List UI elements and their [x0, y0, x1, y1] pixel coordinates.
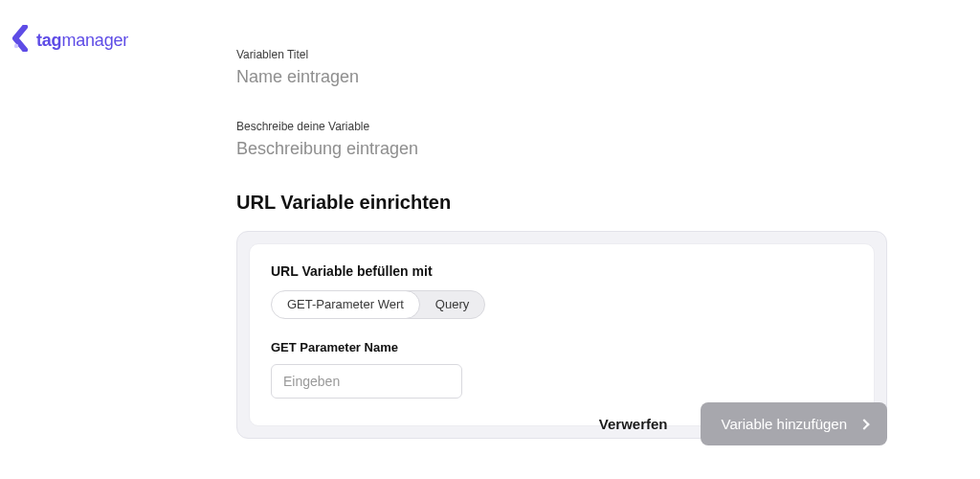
- variable-desc-input[interactable]: [236, 139, 887, 159]
- fill-with-label: URL Variable befüllen mit: [271, 263, 853, 279]
- footer-actions: Verwerfen Variable hinzufügen: [593, 402, 887, 445]
- get-param-name-input[interactable]: [271, 364, 462, 399]
- brand-name-thin: manager: [61, 31, 128, 50]
- brand-logo: tagmanager: [11, 25, 128, 56]
- add-variable-button[interactable]: Variable hinzufügen: [701, 402, 887, 445]
- discard-button[interactable]: Verwerfen: [593, 404, 674, 444]
- pill-get-parameter-wert[interactable]: GET-Parameter Wert: [271, 290, 420, 319]
- variable-desc-field: Beschreibe deine Variable: [236, 120, 887, 159]
- brand-name: tagmanager: [36, 31, 128, 51]
- logo-mark-icon: [11, 25, 31, 56]
- variable-title-field: Variablen Titel: [236, 48, 887, 87]
- svg-point-0: [14, 44, 18, 48]
- fill-mode-toggle: GET-Parameter Wert Query: [271, 290, 485, 319]
- variable-title-label: Variablen Titel: [236, 48, 887, 61]
- pill-query[interactable]: Query: [420, 291, 484, 318]
- get-param-name-label: GET Parameter Name: [271, 340, 853, 354]
- add-variable-button-label: Variable hinzufügen: [722, 416, 847, 432]
- variable-desc-label: Beschreibe deine Variable: [236, 120, 887, 133]
- chevron-right-icon: [858, 419, 869, 429]
- variable-title-input[interactable]: [236, 67, 887, 87]
- config-inner: URL Variable befüllen mit GET-Parameter …: [249, 243, 875, 426]
- section-heading: URL Variable einrichten: [236, 192, 887, 214]
- brand-name-bold: tag: [36, 31, 61, 50]
